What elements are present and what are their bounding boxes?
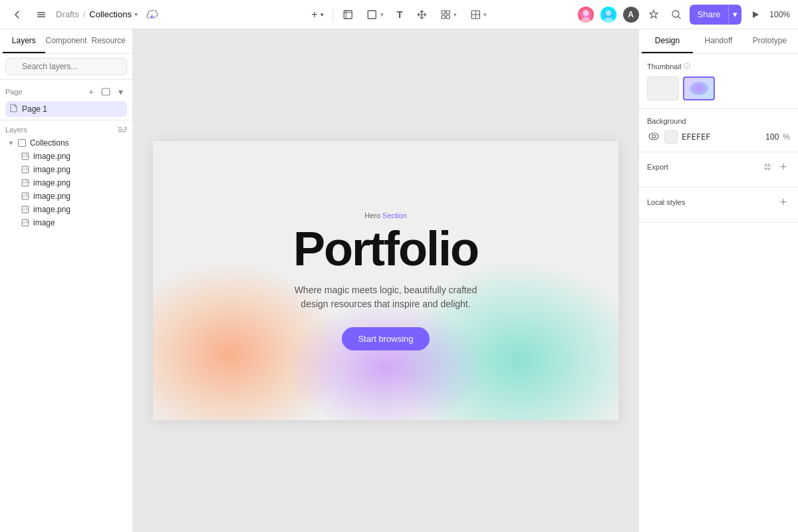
breadcrumb-separator: / [83,9,86,19]
add-tool-button[interactable]: + ▾ [306,5,329,25]
list-item[interactable]: image [3,216,130,229]
layer-image-icon-3 [21,179,29,187]
background-row: EFEFEF 100 % [647,130,790,144]
background-label: Background [647,117,686,125]
breadcrumb-drafts[interactable]: Drafts [56,9,79,19]
info-icon: ⓘ [684,62,690,71]
breadcrumb: Drafts / Collections ▾ [56,9,138,19]
layer-chevron-icon: ▼ [8,140,14,146]
opacity-input[interactable]: 100 [760,132,779,142]
tab-layers[interactable]: Layers [3,29,45,53]
list-item[interactable]: image.png [3,190,130,203]
layer-image-icon-1 [21,152,29,160]
color-hex-input[interactable]: EFEFEF [682,132,756,142]
toolbar-divider-1 [333,8,334,21]
thumbnail-empty-1[interactable] [647,76,679,100]
component-tool-button[interactable]: ▾ [435,5,462,25]
local-styles-add-button[interactable]: + [777,196,790,209]
menu-button[interactable] [32,5,51,24]
layer-image-icon-5 [21,205,29,213]
text-tool-button[interactable]: T [392,5,408,25]
svg-point-30 [26,194,27,196]
thumbnail-blob [690,82,708,95]
topbar-right: A Share ▾ 100% [577,5,790,25]
svg-rect-22 [102,88,110,95]
svg-rect-3 [344,11,352,19]
zoom-level[interactable]: 100% [769,10,790,19]
page-chevron-button[interactable]: ▾ [114,85,127,98]
design-frame: Hero Section Portfolio Where magic meets… [153,141,618,420]
layer-image-icon-6 [21,219,29,227]
avatar-2[interactable] [599,5,618,24]
frame-content: Hero Section Portfolio Where magic meets… [153,141,618,420]
search-global-button[interactable] [667,5,686,24]
tab-component[interactable]: Component [45,29,88,53]
svg-rect-9 [442,15,445,19]
shape-tool-button[interactable]: ▾ [362,5,389,25]
hero-section-label: Hero Section [364,211,407,219]
layers-header: Layers [0,120,132,136]
list-item[interactable]: image.png [3,203,130,216]
search-bar [0,54,132,80]
svg-rect-7 [442,11,445,14]
search-layers-input[interactable] [5,58,127,75]
export-add-button[interactable]: + [777,160,790,174]
visibility-toggle-button[interactable] [647,130,660,144]
play-button[interactable] [745,5,765,25]
svg-point-28 [26,181,27,182]
back-button[interactable] [8,5,27,24]
svg-point-35 [649,133,658,140]
hero-subtitle: Where magic meets logic, beautifully cra… [295,283,477,311]
share-button[interactable]: Share [690,5,729,25]
avatar-1[interactable] [577,5,595,24]
list-item[interactable]: image.png [3,176,130,190]
grid-tool-button[interactable]: ▾ [465,5,492,25]
hero-cta-button[interactable]: Start browsing [342,327,429,350]
svg-point-15 [583,10,589,16]
svg-point-20 [672,11,679,17]
share-caret-button[interactable]: ▾ [728,5,741,25]
svg-rect-1 [37,14,45,15]
topbar: Drafts / Collections ▾ + ▾ [0,0,798,29]
breadcrumb-current[interactable]: Collections ▾ [89,9,138,19]
right-tabs: Design Handoff Prototype [639,29,798,54]
tab-design[interactable]: Design [642,29,693,53]
page-options-button[interactable] [99,85,112,98]
layers-collapse-button[interactable] [118,126,127,133]
svg-rect-10 [446,15,450,19]
list-item[interactable]: image.png [3,163,130,176]
move-tool-button[interactable] [411,5,432,25]
page-section-label: Page [5,88,23,96]
layer-frame-icon [18,139,26,147]
page-1-label: Page 1 [22,104,47,114]
thumbnail-preview[interactable] [683,76,715,100]
export-label: Export [647,163,668,171]
cloud-sync-button[interactable] [143,5,162,24]
right-panel: Design Handoff Prototype Thumbnail ⓘ [638,29,798,532]
add-page-button[interactable]: + [84,85,98,98]
page-item[interactable]: Page 1 [5,101,127,117]
tab-prototype[interactable]: Prototype [744,29,795,53]
svg-point-34 [26,221,27,222]
svg-point-36 [652,135,656,138]
svg-rect-6 [368,11,376,19]
canvas[interactable]: Hero Section Portfolio Where magic meets… [133,29,638,532]
frame-tool-button[interactable] [338,5,359,25]
page-actions: + ▾ [84,85,127,98]
page-section: Page + ▾ Pa [0,80,132,120]
color-swatch[interactable] [664,130,678,144]
list-item[interactable]: image.png [3,150,130,163]
thumbnail-area [647,76,790,100]
layer-image-icon-4 [21,192,29,200]
avatar-3[interactable]: A [622,5,640,24]
thumbnail-section: Thumbnail ⓘ [639,54,798,109]
export-settings-button[interactable] [761,160,774,174]
plugin-button[interactable] [644,5,663,24]
tab-resource[interactable]: Resource [87,29,130,53]
tab-handoff[interactable]: Handoff [693,29,744,53]
thumbnail-label: Thumbnail [647,63,681,70]
percent-label: % [783,132,790,142]
page-icon [9,104,18,114]
layer-group-collections[interactable]: ▼ Collections [3,136,130,150]
svg-point-26 [26,168,27,169]
